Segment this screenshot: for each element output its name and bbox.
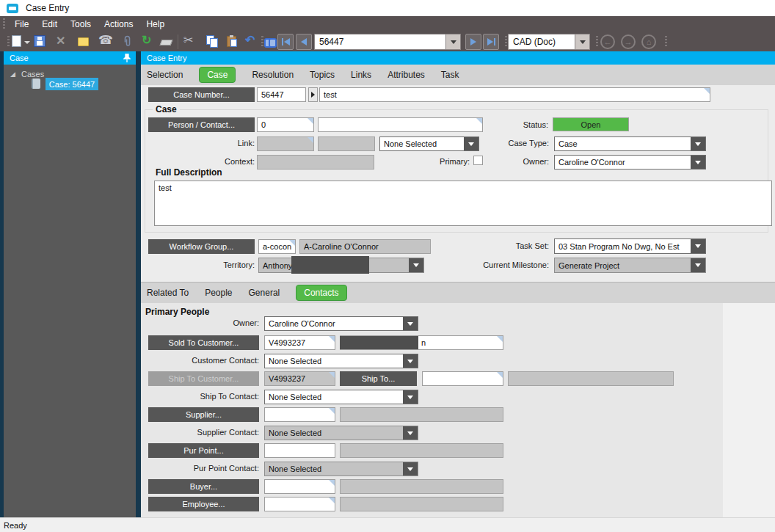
ship-to-button[interactable]: Ship To... xyxy=(340,371,417,386)
employee-button[interactable]: Employee... xyxy=(148,497,259,511)
first-record-button[interactable] xyxy=(277,34,294,50)
menu-tools[interactable]: Tools xyxy=(64,19,98,29)
tab-resolution[interactable]: Resolution xyxy=(252,70,294,80)
supplier-contact-combobox[interactable]: None Selected xyxy=(264,426,418,440)
status-badge[interactable]: Open xyxy=(553,117,629,131)
owner-combobox[interactable]: Caroline O'Connor xyxy=(554,155,706,170)
case-type-dropdown-button[interactable] xyxy=(691,137,705,150)
tab-attributes[interactable]: Attributes xyxy=(388,70,425,80)
memo-button[interactable] xyxy=(78,37,89,46)
tree-root-node[interactable]: Cases xyxy=(21,70,44,79)
sold-to-customer-button[interactable]: Sold To Customer... xyxy=(148,335,259,350)
ship-to-input[interactable] xyxy=(422,371,503,386)
current-milestone-dropdown-button[interactable] xyxy=(691,258,705,272)
supplier-name-field xyxy=(340,407,503,422)
tab-links[interactable]: Links xyxy=(351,70,371,80)
new-button[interactable] xyxy=(12,35,21,47)
tree-selected-case[interactable]: Case: 56447 xyxy=(46,78,98,90)
main-tab-strip: Selection Case Resolution Topics Links A… xyxy=(141,65,775,85)
territory-dropdown-button[interactable] xyxy=(409,258,423,272)
ship-to-contact-combobox[interactable]: None Selected xyxy=(264,390,418,404)
owner-label: Owner: xyxy=(468,157,549,166)
menu-file[interactable]: File xyxy=(8,19,35,29)
last-record-button[interactable] xyxy=(483,34,499,50)
call-button[interactable]: ☎ xyxy=(98,34,113,46)
pur-point-id-input[interactable] xyxy=(264,443,335,458)
pin-icon[interactable] xyxy=(123,54,131,63)
doc-type-combobox[interactable]: CAD (Doc) xyxy=(508,34,590,50)
task-set-combobox[interactable]: 03 Stan Program No Dwg, No Est xyxy=(554,238,706,254)
menu-help[interactable]: Help xyxy=(139,19,171,29)
tab-people[interactable]: People xyxy=(205,288,232,298)
owner-dropdown-button[interactable] xyxy=(691,156,705,169)
paste-button[interactable] xyxy=(227,36,236,47)
tab-selection[interactable]: Selection xyxy=(147,70,183,80)
buyer-id-input[interactable] xyxy=(264,479,335,494)
case-summary-input[interactable]: test xyxy=(319,87,710,102)
previous-record-button[interactable] xyxy=(296,34,312,50)
tab-topics[interactable]: Topics xyxy=(310,70,335,80)
primary-label: Primary: xyxy=(428,157,470,166)
contacts-owner-dropdown-button[interactable] xyxy=(403,317,418,330)
employee-id-input[interactable] xyxy=(264,497,335,511)
copy-button[interactable] xyxy=(206,35,218,47)
link-id-field xyxy=(257,136,314,151)
workflow-group-button[interactable]: Workflow Group... xyxy=(148,239,255,254)
tab-related-to[interactable]: Related To xyxy=(147,288,189,298)
new-dropdown-caret[interactable] xyxy=(24,41,30,44)
pur-point-contact-combobox[interactable]: None Selected xyxy=(264,462,418,476)
pur-point-contact-dropdown-button[interactable] xyxy=(403,462,418,475)
record-id-dropdown-button[interactable] xyxy=(445,34,460,49)
tab-case[interactable]: Case xyxy=(199,67,236,83)
case-number-expand-button[interactable] xyxy=(308,87,318,102)
menu-actions[interactable]: Actions xyxy=(98,19,139,29)
tab-general[interactable]: General xyxy=(249,288,280,298)
undo-button[interactable]: ↶ xyxy=(245,34,255,46)
delete-button[interactable]: ✕ xyxy=(56,35,65,47)
full-description-textarea[interactable]: test xyxy=(154,181,772,226)
current-milestone-combobox[interactable]: Generate Project xyxy=(554,258,706,273)
attachment-button[interactable] xyxy=(122,35,133,48)
contacts-owner-combobox[interactable]: Caroline O'Connor xyxy=(264,316,418,331)
doc-type-dropdown-button[interactable] xyxy=(575,34,589,49)
sidebar-header: Case xyxy=(4,51,136,65)
supplier-button[interactable]: Supplier... xyxy=(148,407,259,422)
next-record-button[interactable] xyxy=(465,34,481,50)
save-button[interactable] xyxy=(34,35,46,47)
forward-button[interactable]: → xyxy=(621,34,636,49)
refresh-button[interactable]: ↻ xyxy=(142,34,151,46)
customer-contact-dropdown-button[interactable] xyxy=(403,354,418,368)
task-set-dropdown-button[interactable] xyxy=(691,239,705,253)
clear-button[interactable] xyxy=(161,40,172,45)
home-button[interactable]: ⌂ xyxy=(641,34,656,49)
buyer-button[interactable]: Buyer... xyxy=(148,479,259,494)
case-type-combobox[interactable]: Case xyxy=(554,136,706,151)
record-id-combobox[interactable]: 56447 xyxy=(314,34,461,50)
back-button[interactable]: ← xyxy=(600,34,615,49)
ship-to-contact-dropdown-button[interactable] xyxy=(403,390,418,404)
person-name-input[interactable] xyxy=(318,117,483,132)
tab-task[interactable]: Task xyxy=(441,70,459,80)
panel-divider-strip[interactable] xyxy=(136,51,141,517)
person-number-input[interactable]: 0 xyxy=(257,117,314,132)
sold-to-id-input[interactable]: V4993237 xyxy=(264,335,335,350)
supplier-contact-dropdown-button[interactable] xyxy=(403,426,418,440)
context-field xyxy=(257,155,374,170)
workflow-code-input[interactable]: a-cocon xyxy=(258,239,296,254)
case-number-input[interactable]: 56447 xyxy=(257,87,306,102)
person-contact-button[interactable]: Person / Contact... xyxy=(148,117,255,132)
customer-contact-combobox[interactable]: None Selected xyxy=(264,354,418,368)
supplier-id-input[interactable] xyxy=(264,407,335,422)
search-button[interactable] xyxy=(264,38,277,45)
current-milestone-value: Generate Project xyxy=(555,258,691,272)
link-type-combobox[interactable]: None Selected xyxy=(379,136,479,151)
pur-point-button[interactable]: Pur Point... xyxy=(148,443,259,458)
cut-button[interactable]: ✂ xyxy=(183,34,193,46)
ship-to-contact-value: None Selected xyxy=(265,390,403,404)
workflow-name-field: A-Caroline O'Connor xyxy=(299,239,431,254)
tab-contacts[interactable]: Contacts xyxy=(296,285,346,301)
tree-expander-icon[interactable]: ◢ xyxy=(10,70,15,78)
case-number-button[interactable]: Case Number... xyxy=(148,87,255,102)
menu-edit[interactable]: Edit xyxy=(35,19,64,29)
sidebar-title: Case xyxy=(4,54,123,62)
